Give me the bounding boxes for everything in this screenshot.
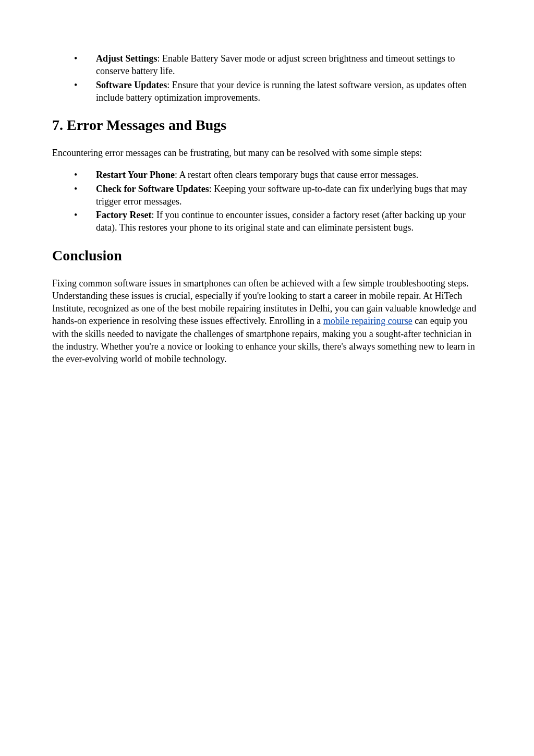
list-item: Check for Software Updates: Keeping your… [74, 183, 482, 208]
list-item-bold: Software Updates [96, 80, 167, 90]
list-item: Factory Reset: If you continue to encoun… [74, 209, 482, 234]
error-tips-list: Restart Your Phone: A restart often clea… [74, 169, 482, 234]
list-item-bold: Check for Software Updates [96, 184, 209, 194]
list-item: Software Updates: Ensure that your devic… [74, 79, 482, 104]
list-item-bold: Factory Reset [96, 210, 151, 220]
conclusion-heading: Conclusion [52, 246, 482, 266]
section-7-heading: 7. Error Messages and Bugs [52, 115, 482, 135]
list-item-text: : If you continue to encounter issues, c… [96, 210, 466, 233]
list-item-text: : A restart often clears temporary bugs … [175, 170, 418, 180]
list-item: Adjust Settings: Enable Battery Saver mo… [74, 52, 482, 78]
conclusion-paragraph: Fixing common software issues in smartph… [52, 277, 482, 366]
list-item-bold: Restart Your Phone [96, 170, 175, 180]
section-7-intro: Encountering error messages can be frust… [52, 147, 482, 159]
list-item: Restart Your Phone: A restart often clea… [74, 169, 482, 181]
battery-tips-list: Adjust Settings: Enable Battery Saver mo… [74, 52, 482, 104]
mobile-repairing-course-link[interactable]: mobile repairing course [323, 316, 412, 326]
list-item-bold: Adjust Settings [96, 53, 157, 64]
